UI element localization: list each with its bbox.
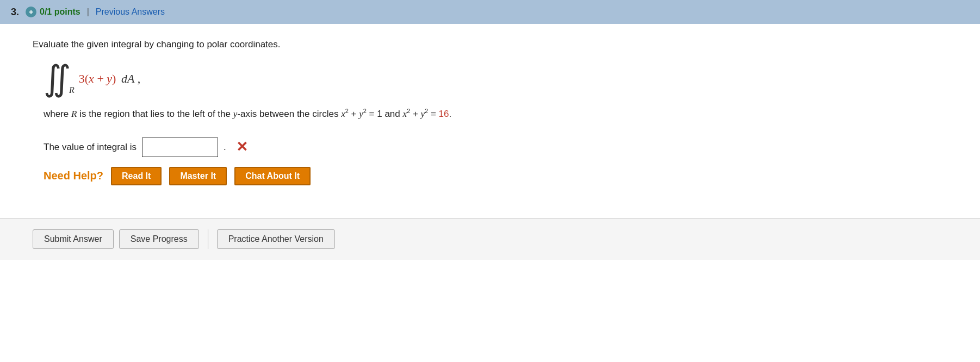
need-help-label: Need Help? bbox=[44, 170, 103, 182]
read-it-button[interactable]: Read It bbox=[111, 167, 162, 185]
points-text: 0/1 points bbox=[40, 7, 80, 17]
action-buttons-row: Submit Answer Save Progress Practice Ano… bbox=[0, 218, 980, 260]
answer-row: The value of integral is . ✕ bbox=[44, 138, 947, 157]
practice-another-version-button[interactable]: Practice Another Version bbox=[217, 229, 335, 249]
double-integral-symbol: ∬ bbox=[44, 61, 71, 96]
question-body: Evaluate the given integral by changing … bbox=[0, 24, 980, 218]
previous-answers-link[interactable]: Previous Answers bbox=[96, 7, 165, 17]
action-divider bbox=[208, 229, 208, 249]
question-header: 3. + 0/1 points | Previous Answers bbox=[0, 0, 980, 24]
integral-expression: 3(x + y) bbox=[79, 72, 116, 86]
chat-about-it-button[interactable]: Chat About It bbox=[234, 167, 311, 185]
value-label: The value of integral is bbox=[44, 142, 137, 153]
save-progress-button[interactable]: Save Progress bbox=[119, 229, 199, 249]
points-badge: + 0/1 points bbox=[26, 7, 80, 17]
region-description: where R is the region that lies to the l… bbox=[44, 106, 947, 122]
integral-display: ∬ R 3(x + y) dA , bbox=[44, 61, 947, 96]
question-number: 3. bbox=[11, 7, 19, 18]
integral-dA: dA , bbox=[118, 72, 140, 86]
plus-icon: + bbox=[26, 7, 36, 17]
answer-input[interactable] bbox=[142, 138, 218, 157]
pipe-divider: | bbox=[87, 7, 89, 17]
need-help-row: Need Help? Read It Master It Chat About … bbox=[44, 167, 947, 185]
master-it-button[interactable]: Master It bbox=[169, 167, 227, 185]
period: . bbox=[224, 142, 226, 153]
wrong-icon: ✕ bbox=[236, 139, 248, 155]
problem-description: Evaluate the given integral by changing … bbox=[33, 37, 947, 52]
submit-answer-button[interactable]: Submit Answer bbox=[33, 229, 114, 249]
